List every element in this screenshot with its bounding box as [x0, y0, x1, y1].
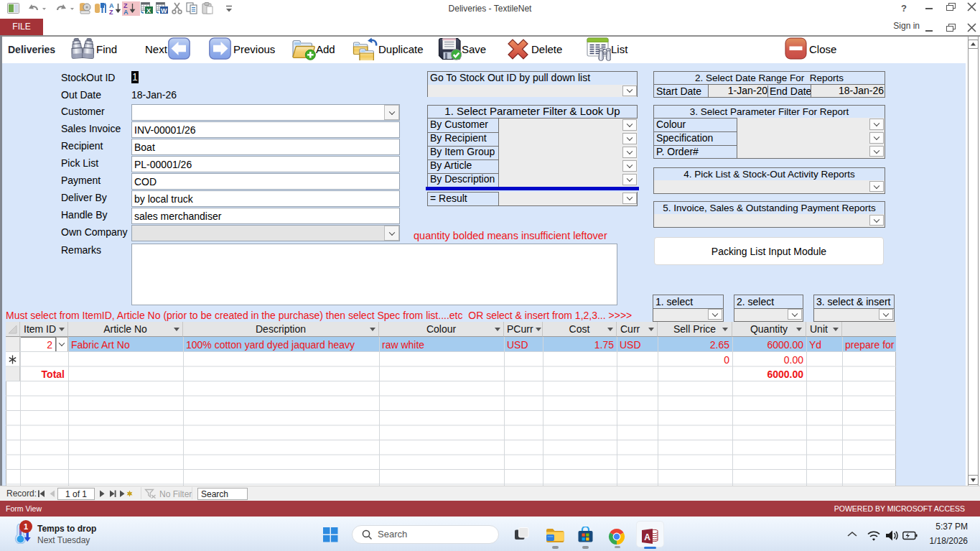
svg-text:A: A	[644, 532, 650, 542]
